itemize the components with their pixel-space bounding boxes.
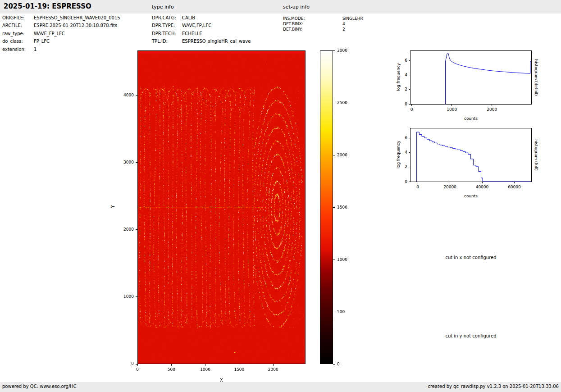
colorbar-tick-label: 1000 — [337, 257, 347, 262]
x-tick-label: 2000 — [264, 367, 282, 372]
info-row-dprtech: DPR.TECH: ECHELLE — [152, 31, 251, 39]
qc-report-page: 2025-01-19: ESPRESSO type info set-up in… — [0, 0, 561, 392]
y-tick-mark — [136, 95, 137, 96]
raw-image-plot — [137, 50, 306, 364]
setup-info-heading: set-up info — [283, 4, 310, 10]
histogram-line-svg — [410, 51, 531, 104]
colorbar-tick-mark — [333, 364, 335, 365]
info-value: 4 — [342, 22, 345, 26]
histogram-line-svg — [410, 128, 531, 182]
hist-x-tick-mark — [411, 105, 412, 106]
info-label: DPR.TECH: — [152, 31, 182, 36]
info-label: DET.BINY: — [283, 27, 342, 32]
hist-x-tick-label: 40000 — [470, 185, 495, 189]
colorbar-tick-label: 2500 — [337, 100, 347, 105]
type-info-block: DPR.CATG: CALIB DPR.TYPE: WAVE,FP,LFC DP… — [152, 15, 251, 47]
info-value: 1 — [34, 47, 36, 52]
info-value: WAVE_FP_LFC — [34, 31, 65, 36]
histogram-full-plot — [410, 128, 532, 182]
info-row-insmode: INS.MODE: SINGLEHR — [283, 16, 363, 22]
info-row-rawtype: raw_type: WAVE_FP_LFC — [2, 31, 120, 39]
info-row-arcfile: ARCFILE: ESPRE.2025-01-20T12:30:18.878.f… — [2, 23, 120, 31]
hist-y-tick-mark — [409, 182, 410, 182]
x-tick-label: 1000 — [196, 367, 214, 372]
hist-x-tick-label: 0 — [405, 185, 430, 189]
y-tick-label: 2000 — [116, 227, 134, 232]
header-bar: 2025-01-19: ESPRESSO type info set-up in… — [0, 0, 561, 14]
x-tick-label: 1500 — [230, 367, 248, 372]
info-label: DPR.TYPE: — [152, 23, 182, 28]
colorbar-tick-label: 0 — [337, 362, 340, 366]
info-label: INS.MODE: — [283, 16, 342, 21]
info-value: CALIB — [182, 15, 195, 20]
hist-x-tick-mark — [418, 182, 418, 183]
hist-right-label: histogram (detail) — [534, 59, 538, 96]
hist-y-tick-mark — [409, 152, 410, 153]
colorbar-tick-label: 500 — [337, 310, 345, 314]
y-tick-label: 0 — [116, 361, 134, 366]
x-tick-label: 500 — [162, 367, 180, 372]
y-tick-mark — [136, 162, 137, 163]
x-tick-mark — [239, 364, 239, 366]
hist-x-axis-label: counts — [457, 116, 484, 121]
info-row-detbiny: DET.BINY: 2 — [283, 27, 363, 32]
info-value: WAVE,FP,LFC — [182, 23, 211, 28]
info-label: TPL.ID: — [152, 39, 182, 44]
colorbar-tick-label: 3000 — [337, 48, 347, 53]
x-tick-mark — [205, 364, 205, 366]
hist-x-tick-label: 20000 — [438, 185, 463, 189]
hist-y-tick-mark — [409, 75, 410, 75]
info-label: raw_type: — [2, 31, 34, 36]
footer-created: created by qc_rawdisp.py v1.2.3 on 2025-… — [428, 384, 559, 389]
info-value: ECHELLE — [182, 31, 202, 36]
colorbar-tick-mark — [333, 260, 335, 260]
type-info-heading: type info — [152, 4, 174, 10]
colorbar-gradient — [320, 50, 333, 364]
x-axis-label: X — [213, 378, 231, 383]
setup-info-block: INS.MODE: SINGLEHR DET.BINX: 4 DET.BINY:… — [283, 16, 363, 32]
y-tick-label: 3000 — [116, 160, 134, 164]
hist-x-tick-mark — [492, 105, 492, 106]
footer-credit: powered by QC: www.eso.org/HC — [2, 384, 77, 389]
x-tick-mark — [273, 364, 274, 366]
hist-y-axis-label: log frequency — [396, 128, 401, 182]
colorbar-tick-label: 1500 — [337, 205, 347, 210]
colorbar-tick-label: 2000 — [337, 153, 347, 157]
file-info-block: ORIGFILE: ESPRESSO_SINGLEHR_WAVE020_0015… — [2, 15, 120, 55]
colorbar-tick-mark — [333, 155, 335, 155]
info-value: 2 — [342, 27, 345, 32]
colorbar-tick-mark — [333, 312, 335, 312]
y-tick-mark — [136, 229, 137, 230]
x-tick-mark — [137, 364, 138, 366]
hist-x-tick-label: 1000 — [439, 107, 465, 112]
info-value: ESPRESSO_SINGLEHR_WAVE020_0015 — [34, 15, 120, 20]
hist-y-tick-mark — [409, 167, 410, 167]
cut-y-note: cut in y not configured — [426, 333, 516, 338]
y-tick-mark — [136, 296, 137, 297]
info-label: ARCFILE: — [2, 23, 34, 28]
hist-x-tick-mark — [450, 182, 450, 183]
hist-x-tick-mark — [482, 182, 483, 183]
y-tick-label: 1000 — [116, 294, 134, 299]
histogram-line — [417, 132, 531, 182]
hist-x-axis-label: counts — [457, 194, 484, 198]
info-row-doclass: do_class: FP_LFC — [2, 39, 120, 46]
hist-x-tick-mark — [452, 105, 452, 106]
info-label: do_class: — [2, 39, 34, 44]
hist-x-tick-label: 60000 — [502, 185, 527, 189]
colorbar-tick-mark — [333, 50, 335, 51]
hist-x-tick-label: 0 — [399, 107, 424, 112]
info-label: DET.BINX: — [283, 22, 342, 26]
info-row-dprtype: DPR.TYPE: WAVE,FP,LFC — [152, 23, 251, 31]
hist-y-tick-mark — [409, 104, 410, 105]
info-label: DPR.CATG: — [152, 15, 182, 20]
colorbar-tick-mark — [333, 103, 335, 103]
info-row-extension: extension: 1 — [2, 47, 120, 55]
colorbar-tick-mark — [333, 207, 335, 208]
hist-y-axis-label: log frequency — [396, 50, 401, 104]
hist-y-tick-mark — [409, 89, 410, 90]
page-title: 2025-01-19: ESPRESSO — [4, 2, 91, 10]
hist-x-tick-label: 2000 — [479, 107, 505, 112]
hist-y-tick-mark — [409, 60, 410, 61]
info-value: FP_LFC — [34, 39, 50, 44]
